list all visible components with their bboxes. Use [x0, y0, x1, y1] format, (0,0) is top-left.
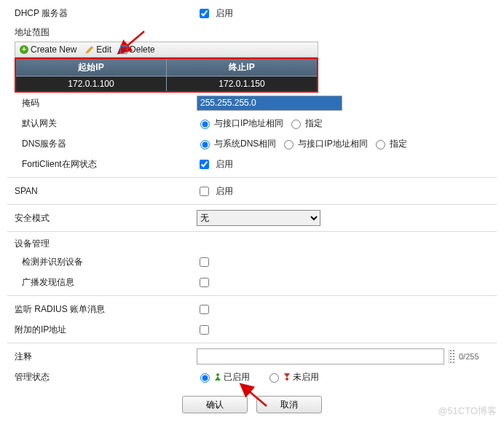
ip-range-table: 起始IP 终止IP 172.0.1.100 172.0.1.150: [15, 58, 318, 93]
dns-system-text: 与系统DNS相同: [214, 138, 276, 150]
admin-status-label: 管理状态: [7, 371, 197, 383]
edit-button[interactable]: Edit: [85, 44, 111, 55]
radius-label: 监听 RADIUS 账单消息: [7, 303, 197, 316]
span-label: SPAN: [7, 186, 197, 196]
gateway-specify-radio[interactable]: [291, 120, 301, 129]
comment-counter: 0/255: [459, 352, 479, 361]
status-up-text: 已启用: [224, 371, 250, 383]
dns-same-text: 与接口IP地址相同: [298, 138, 367, 150]
security-mode-label: 安全模式: [7, 212, 197, 225]
dns-specify-text: 指定: [390, 138, 407, 150]
dhcp-server-label: DHCP 服务器: [7, 7, 197, 20]
radius-checkbox[interactable]: [200, 305, 209, 314]
broadcast-checkbox[interactable]: [200, 278, 209, 287]
end-ip-header[interactable]: 终止IP: [167, 58, 318, 77]
gateway-same-radio[interactable]: [200, 120, 210, 129]
create-new-label: Create New: [31, 44, 76, 55]
gateway-specify-text: 指定: [305, 117, 323, 130]
end-ip-cell: 172.0.1.150: [167, 77, 318, 93]
arrow-up-icon: [214, 373, 221, 381]
dhcp-enable-text: 启用: [216, 7, 233, 20]
table-row[interactable]: 172.0.1.100 172.0.1.150: [15, 77, 318, 93]
span-text: 启用: [216, 185, 233, 198]
detect-device-label: 检测并识别设备: [7, 256, 197, 268]
forticlient-checkbox[interactable]: [200, 160, 209, 169]
cancel-button[interactable]: 取消: [256, 396, 322, 413]
pencil-icon: [85, 45, 94, 54]
resize-handle[interactable]: [449, 349, 454, 364]
start-ip-cell: 172.0.1.100: [15, 77, 167, 93]
address-range-title: 地址范围: [7, 23, 497, 40]
span-checkbox[interactable]: [200, 187, 209, 196]
ok-button[interactable]: 确认: [182, 396, 248, 413]
forticlient-label: FortiClient在网状态: [7, 158, 197, 171]
watermark: @51CTO博客: [438, 405, 497, 418]
delete-button[interactable]: Delete: [120, 44, 155, 55]
trash-icon: [120, 45, 127, 54]
secondary-ip-checkbox[interactable]: [200, 325, 209, 335]
status-up-radio[interactable]: [200, 373, 210, 383]
plus-icon: +: [20, 45, 28, 54]
arrow-down-icon: [283, 373, 291, 381]
delete-label: Delete: [130, 44, 155, 55]
security-mode-select[interactable]: 无: [197, 210, 320, 226]
status-down-text: 未启用: [293, 371, 319, 383]
gateway-label: 默认网关: [7, 117, 197, 130]
status-down-radio[interactable]: [269, 373, 279, 383]
comment-input[interactable]: [197, 348, 444, 364]
comment-label: 注释: [7, 351, 197, 363]
dns-specify-radio[interactable]: [376, 140, 385, 149]
netmask-input[interactable]: [197, 95, 342, 111]
start-ip-header[interactable]: 起始IP: [15, 58, 167, 77]
dns-system-radio[interactable]: [200, 140, 210, 149]
range-toolbar: + Create New Edit Delete: [15, 42, 318, 58]
dhcp-enable-checkbox[interactable]: [200, 9, 209, 18]
dns-same-radio[interactable]: [284, 140, 294, 149]
netmask-label: 掩码: [7, 97, 197, 109]
edit-label: Edit: [96, 44, 111, 55]
device-mgmt-title: 设备管理: [7, 235, 497, 252]
dns-label: DNS服务器: [7, 138, 197, 150]
create-new-button[interactable]: + Create New: [20, 44, 76, 55]
gateway-same-text: 与接口IP地址相同: [214, 117, 283, 130]
secondary-ip-label: 附加的IP地址: [7, 324, 197, 336]
broadcast-label: 广播发现信息: [7, 276, 197, 289]
detect-device-checkbox[interactable]: [200, 257, 209, 267]
forticlient-text: 启用: [216, 158, 233, 171]
